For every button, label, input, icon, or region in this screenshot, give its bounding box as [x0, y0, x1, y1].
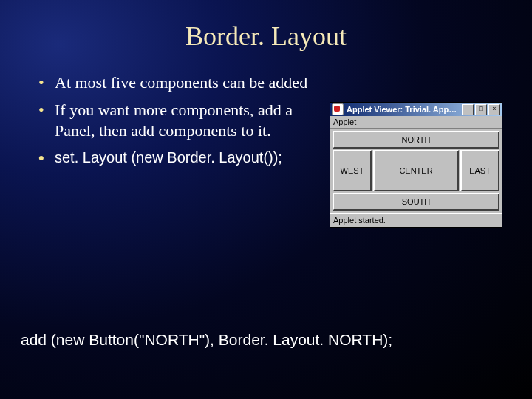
close-button[interactable]: ×	[488, 104, 500, 115]
east-button[interactable]: EAST	[460, 150, 499, 191]
maximize-button[interactable]: □	[475, 104, 487, 115]
minimize-button[interactable]: _	[462, 104, 474, 115]
bullet-text: At most five components can be added	[55, 73, 307, 92]
bullet-item: set. Layout (new Border. Layout());	[35, 148, 324, 167]
north-button[interactable]: NORTH	[332, 131, 499, 149]
java-cup-icon	[332, 103, 344, 115]
menu-bar: Applet	[330, 116, 502, 129]
applet-window: Applet Viewer: Trivial. App… _ □ × Apple…	[330, 102, 502, 228]
window-buttons: _ □ ×	[462, 104, 500, 115]
code-line: add (new Button("NORTH"), Border. Layout…	[21, 331, 392, 349]
bullet-code: set. Layout (new Border. Layout());	[55, 149, 282, 166]
west-button[interactable]: WEST	[332, 150, 372, 191]
slide-title: Border. Layout	[0, 21, 532, 52]
window-title: Applet Viewer: Trivial. App…	[347, 105, 462, 114]
menu-applet[interactable]: Applet	[333, 117, 356, 126]
border-layout-demo: NORTH WEST CENTER EAST SOUTH	[330, 129, 502, 213]
status-bar: Applet started.	[330, 213, 502, 227]
south-button[interactable]: SOUTH	[332, 193, 499, 211]
bullet-item: If you want more components, add a Panel…	[35, 100, 324, 142]
bullet-list: At most five components can be added If …	[35, 72, 324, 228]
bullet-item: At most five components can be added	[35, 72, 324, 94]
content-row: At most five components can be added If …	[0, 72, 532, 228]
north-row: NORTH	[332, 130, 500, 149]
window-titlebar: Applet Viewer: Trivial. App… _ □ ×	[330, 103, 502, 116]
applet-column: Applet Viewer: Trivial. App… _ □ × Apple…	[330, 102, 502, 228]
center-button[interactable]: CENTER	[373, 150, 459, 191]
south-row: SOUTH	[332, 192, 500, 211]
middle-row: WEST CENTER EAST	[332, 149, 500, 192]
bullet-text: If you want more components, add a Panel…	[55, 100, 293, 140]
